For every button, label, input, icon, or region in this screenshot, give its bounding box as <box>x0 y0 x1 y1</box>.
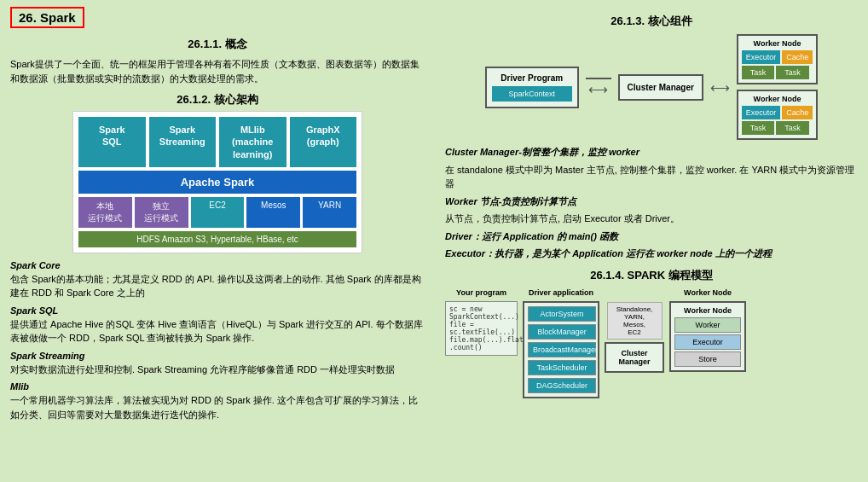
worker-node-desc-bold: Worker 节点-负责控制计算节点 <box>445 195 858 209</box>
subsection-2: 26.1.2. 核心架构 <box>10 92 425 107</box>
spark-sql-box: SparkSQL <box>78 117 146 167</box>
code-line-3: file.map(...).flatMap(...) <box>449 336 513 344</box>
worker-nodes-col: Worker Node Executor Cache Task Task Wor… <box>737 34 819 140</box>
worker-inner-label: Worker Node <box>674 306 741 315</box>
graphx-box: GraphX(graph) <box>290 117 357 167</box>
dag-scheduler-box: DAGScheduler <box>528 378 596 393</box>
task-box-1b: Task <box>776 66 809 79</box>
spark-top-row: SparkSQL SparkStreaming MLlib(machinelea… <box>78 117 356 167</box>
yarn-box: YARN <box>303 197 356 228</box>
task-box-2b: Task <box>776 121 809 135</box>
worker-node-prog-col: Worker Node Worker Node Worker Executor … <box>669 288 746 398</box>
subsection-1: 26.1.1. 概念 <box>10 37 425 52</box>
broadcast-manager-box: BroadcastManager <box>528 342 596 357</box>
cache-box-2: Cache <box>782 106 813 119</box>
programming-model-diagram: Your program sc = new SparkContext(...) … <box>445 288 858 398</box>
worker-node-1: Worker Node Executor Cache Task Task <box>737 34 819 84</box>
actor-system-box: ActorSystem <box>528 306 596 322</box>
spark-core-label: Spark Core <box>10 260 425 270</box>
code-block: sc = new SparkContext(...) file = sc.tex… <box>445 301 518 356</box>
spark-sql-desc: 提供通过 Apache Hive 的SQL 变体 Hive 查询语言（HiveQ… <box>10 317 425 346</box>
core-components-diagram: Driver Program SparkContext ⟷ Cluster Ma… <box>445 34 858 140</box>
driver-app-col: Driver application ActorSystem BlockMana… <box>523 288 599 398</box>
spark-streaming-box: SparkStreaming <box>149 117 217 167</box>
executor-desc: Executor：执行器，是为某个 Application 运行在 worker… <box>445 247 858 261</box>
worker-node-1-label: Worker Node <box>742 39 813 48</box>
task-row-1: Task Task <box>742 66 813 79</box>
your-program-col: Your program sc = new SparkContext(...) … <box>445 288 518 398</box>
worker-right-box: Worker Node Worker Executor Store <box>669 301 746 372</box>
executor-cache-row-1: Executor Cache <box>742 50 813 64</box>
driver-desc: Driver：运行 Application 的 main() 函数 <box>445 229 858 244</box>
code-line-1: sc = new SparkContext(...) <box>449 305 513 321</box>
ec2-box: EC2 <box>191 197 245 228</box>
executor-bold: Executor：执行器，是为某个 Application 运行在 worker… <box>445 248 772 258</box>
cluster-manager-desc: 在 standalone 模式中即为 Master 主节点, 控制整个集群，监控… <box>445 163 858 191</box>
right-panel: 26.1.3. 核心组件 Driver Program SparkContext… <box>435 0 868 482</box>
driver-app-label: Driver application <box>529 288 593 297</box>
executor-cache-row-2: Executor Cache <box>742 106 813 119</box>
cache-box-1: Cache <box>782 50 813 64</box>
subsection-3: 26.1.3. 核心组件 <box>445 14 858 29</box>
worker-node-prog-label: Worker Node <box>684 288 732 297</box>
code-line-2: file = sc.textFile(...) <box>449 321 513 336</box>
cluster-manager-prog-box: ClusterManager <box>605 342 664 373</box>
driver-bold: Driver：运行 Application 的 main() 函数 <box>445 231 618 241</box>
storage-row: HDFS Amazon S3, Hypertable, HBase, etc <box>78 231 356 247</box>
driver-app-box: ActorSystem BlockManager BroadcastManage… <box>523 301 599 398</box>
mllib-label: Mlib <box>10 381 425 392</box>
executor-box-1: Executor <box>742 50 781 64</box>
code-line-4: .count() <box>449 344 513 351</box>
block-manager-box: BlockManager <box>528 324 596 340</box>
mesos-box: Mesos <box>246 197 300 228</box>
spark-sql-label: Spark SQL <box>10 305 425 316</box>
task-row-2: Task Task <box>742 121 813 135</box>
subsection-4: 26.1.4. SPARK 编程模型 <box>445 268 858 283</box>
task-scheduler-box: TaskScheduler <box>528 360 596 375</box>
standalone-mode-box: 独立运行模式 <box>135 197 188 228</box>
executor-box-2: Executor <box>742 106 781 119</box>
spark-bottom-row: 本地运行模式 独立运行模式 EC2 Mesos YARN <box>78 197 356 228</box>
worker-node-desc: 从节点，负责控制计算节点, 启动 Executor 或者 Driver。 <box>445 212 858 226</box>
intro-text: Spark提供了一个全面、统一的框架用于管理各种有着不同性质（文本数据、图表数据… <box>10 57 425 85</box>
spark-streaming-desc: 对实时数据流进行处理和控制. Spark Streaming 允许程序能够像普通… <box>10 363 425 377</box>
driver-program-box: Driver Program SparkContext <box>485 67 579 108</box>
spark-streaming-label: Spark Streaming <box>10 351 425 361</box>
cluster-manager-bold: Cluster Manager-制管整个集群，监控 worker <box>445 147 639 157</box>
task-box-2a: Task <box>742 121 775 135</box>
apache-spark-label: Apache Spark <box>78 171 356 194</box>
local-mode-box: 本地运行模式 <box>78 197 132 228</box>
cluster-manager-box: Cluster Manager <box>618 74 703 101</box>
worker-node-2-label: Worker Node <box>742 95 813 103</box>
cluster-manager-desc-bold: Cluster Manager-制管整个集群，监控 worker <box>445 145 858 160</box>
cluster-manager-col: Standalone,YARN,Mesos,EC2 ClusterManager <box>605 302 664 398</box>
left-panel: 26. Spark 26.1.1. 概念 Spark提供了一个全面、统一的框架用… <box>0 0 435 482</box>
task-box-1a: Task <box>742 66 775 79</box>
mllib-desc: 一个常用机器学习算法库，算法被实现为对 RDD 的 Spark 操作. 这个库包… <box>10 393 425 421</box>
driver-program-label: Driver Program <box>492 73 572 83</box>
your-program-label: Your program <box>456 288 506 297</box>
worker-node-2: Worker Node Executor Cache Task Task <box>737 90 819 140</box>
spark-architecture-diagram: SparkSQL SparkStreaming MLlib(machinelea… <box>72 111 362 253</box>
store-box: Store <box>674 351 741 367</box>
executor-inner-box: Executor <box>674 334 741 350</box>
standalone-options: Standalone,YARN,Mesos,EC2 <box>607 302 663 340</box>
spark-context-box: SparkContext <box>492 86 572 102</box>
worker-node-bold: Worker 节点-负责控制计算节点 <box>445 196 576 206</box>
spark-core-desc: 包含 Spark的基本功能；尤其是定义 RDD 的 API. 操作以及这两者上的… <box>10 272 425 300</box>
worker-inner-box: Worker <box>674 317 741 333</box>
mllib-box: MLlib(machinelearning) <box>219 117 286 167</box>
main-title: 26. Spark <box>10 7 84 28</box>
